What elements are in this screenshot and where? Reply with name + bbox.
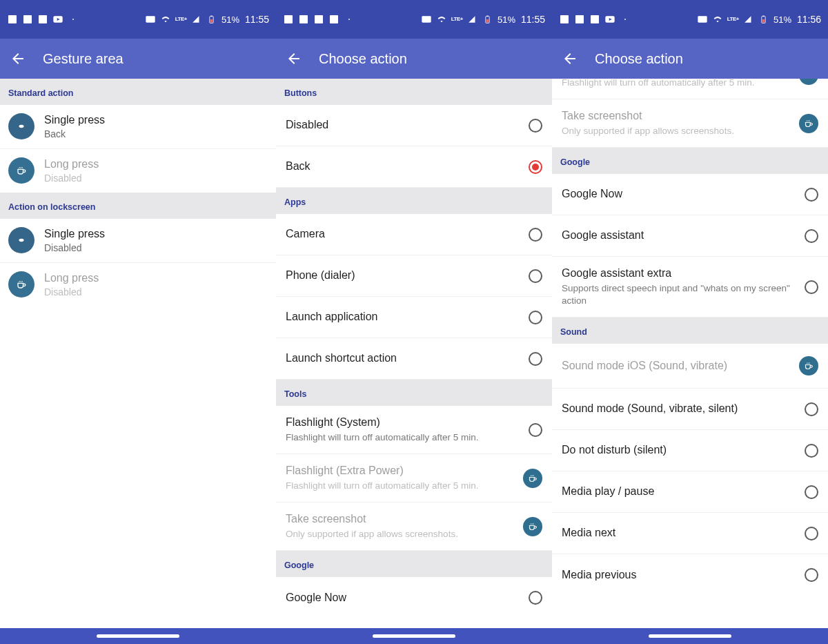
coffee-icon [8,271,34,297]
option-google-assistant-extra[interactable]: Google assistant extra Supports direct s… [552,257,828,318]
radio-button[interactable] [805,188,818,202]
row-title: Long press [44,157,99,172]
page-title: Choose action [595,51,683,67]
option-media-prev[interactable]: Media previous [552,554,828,596]
radio-button[interactable] [805,485,818,499]
section-standard-action: Standard action [0,79,276,105]
radio-button[interactable] [529,423,542,437]
row-single-press[interactable]: Single press Back [0,105,276,149]
radio-button[interactable] [529,591,542,605]
option-flashlight-extra[interactable]: Flashlight (Extra Power) Flashlight will… [276,454,552,502]
youtube-icon [52,14,63,25]
radio-button[interactable] [529,352,542,366]
radio-button[interactable] [529,119,542,133]
option-label: Phone (dialer) [286,269,522,283]
screen-choose-action-1: LTE+ 51% 11:55 Choose action Buttons Dis… [276,0,552,628]
radio-button[interactable] [805,527,818,540]
section-google: Google [276,551,552,577]
section-sound: Sound [552,318,828,344]
status-bar: LTE+ 51% 11:55 [0,0,276,39]
option-label: Media previous [562,568,798,583]
option-label: Camera [286,227,522,242]
option-back[interactable]: Back [276,146,552,188]
row-ls-long-press[interactable]: Long press Disabled [0,263,276,306]
nav-pill[interactable] [373,634,455,638]
option-sublabel: Supports direct speech input and "whats … [562,282,798,307]
notif-icon [559,14,570,25]
back-button[interactable] [10,50,26,67]
battery-icon [206,14,217,25]
app-bar: Choose action [552,39,828,79]
option-label: Launch application [286,310,522,324]
volte-icon [421,14,432,25]
premium-badge-icon[interactable] [799,114,818,133]
row-long-press[interactable]: Long press Disabled [0,149,276,193]
option-media-next[interactable]: Media next [552,513,828,554]
volte-icon [145,14,156,25]
wifi-icon [436,14,447,25]
option-disabled[interactable]: Disabled [276,105,552,146]
option-label: Disabled [286,118,522,133]
youtube-icon [604,14,615,25]
dot-icon [344,14,355,25]
option-sublabel: Only supported if app allows screenshots… [562,125,792,137]
option-launch-app[interactable]: Launch application [276,297,552,338]
premium-badge-icon[interactable] [799,79,818,85]
premium-badge-icon[interactable] [523,469,542,488]
lte-badge: LTE+ [451,17,463,22]
nav-pill[interactable] [649,634,731,638]
radio-button[interactable] [529,269,542,283]
radio-button[interactable] [529,311,542,324]
premium-badge-icon[interactable] [799,356,818,375]
lte-badge: LTE+ [175,17,187,22]
app-bar: Gesture area [0,39,276,79]
option-take-screenshot[interactable]: Take screenshot Only supported if app al… [552,99,828,148]
status-bar: LTE+ 51% 11:56 [552,0,828,39]
option-camera[interactable]: Camera [276,214,552,255]
option-dnd[interactable]: Do not disturb (silent) [552,430,828,471]
option-phone[interactable]: Phone (dialer) [276,255,552,297]
radio-button[interactable] [805,568,818,582]
notif-icon [22,14,33,25]
radio-button[interactable] [529,228,542,242]
option-label: Media next [562,526,798,540]
option-sound-ios[interactable]: Sound mode iOS (Sound, vibrate) [552,344,828,389]
radio-button[interactable] [805,444,818,458]
section-tools: Tools [276,380,552,406]
back-button[interactable] [562,50,578,67]
row-subtitle: Disabled [44,172,99,184]
option-take-screenshot[interactable]: Take screenshot Only supported if app al… [276,502,552,551]
notif-icon [328,14,339,25]
option-flashlight-system[interactable]: Flashlight (System) Flashlight will turn… [276,406,552,454]
option-label: Flashlight (System) [286,416,522,430]
row-title: Single press [44,227,105,242]
radio-button[interactable] [529,160,542,174]
coffee-icon [8,157,34,184]
option-launch-shortcut[interactable]: Launch shortcut action [276,338,552,380]
signal-icon [743,14,754,25]
radio-button[interactable] [805,280,818,294]
back-button[interactable] [286,50,302,67]
screen-choose-action-2: LTE+ 51% 11:56 Choose action Flashlight … [552,0,828,628]
premium-badge-icon[interactable] [523,517,542,536]
option-media-play[interactable]: Media play / pause [552,471,828,513]
nav-pill[interactable] [97,634,179,638]
volte-icon [697,14,708,25]
option-sublabel: Flashlight will turn off automatically a… [286,431,522,444]
radio-button[interactable] [805,402,818,416]
wifi-icon [160,14,171,25]
option-flashlight-extra[interactable]: Flashlight (Extra Power) Flashlight will… [552,79,828,99]
option-google-now[interactable]: Google Now [276,577,552,618]
radio-button[interactable] [805,229,818,243]
option-label: Take screenshot [286,512,516,527]
notif-icon [574,14,585,25]
option-google-assistant[interactable]: Google assistant [552,215,828,257]
battery-text: 51% [497,14,515,25]
app-bar: Choose action [276,39,552,79]
row-subtitle: Disabled [44,286,99,298]
clock: 11:55 [521,14,545,25]
option-google-now[interactable]: Google Now [552,174,828,215]
option-sound-mode[interactable]: Sound mode (Sound, vibrate, silent) [552,389,828,430]
row-title: Long press [44,271,99,286]
row-ls-single-press[interactable]: Single press Disabled [0,219,276,263]
